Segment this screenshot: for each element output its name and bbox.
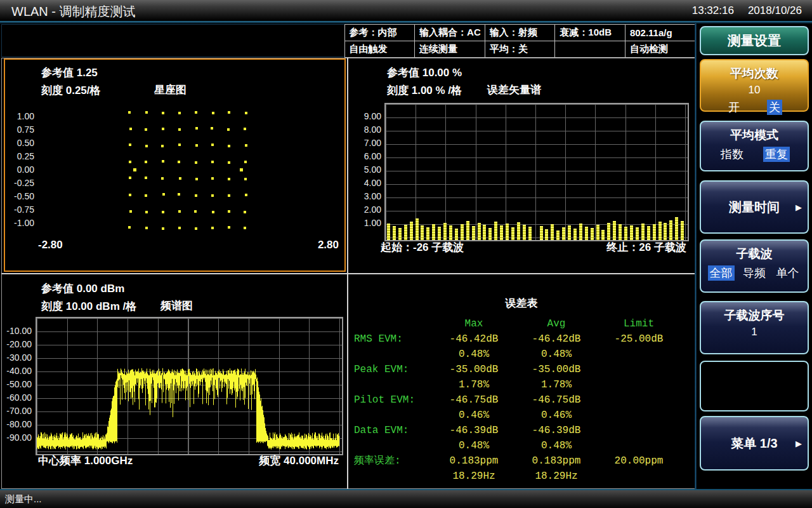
- settings-cell: 输入耦合：AC: [414, 24, 485, 41]
- average-count-option-1[interactable]: 开: [726, 100, 742, 115]
- average-mode-option-2[interactable]: 重复: [763, 147, 790, 162]
- axis-tick-label: 6.00: [352, 151, 381, 161]
- evm-bar: [619, 224, 622, 240]
- error-table-header-row: MaxAvgLimit: [350, 316, 693, 331]
- spectrum-title: 频谱图: [160, 298, 193, 313]
- evm-bar: [664, 223, 667, 240]
- error-metric-label: Pilot EVM:: [350, 392, 433, 408]
- evm-bar: [591, 228, 594, 240]
- evm-bar: [494, 222, 497, 240]
- error-metric-value: -25.00dB: [598, 331, 680, 347]
- error-metric-value: 0.183ppm: [433, 453, 515, 469]
- axis-tick-label: 4.00: [352, 178, 381, 188]
- evm-bar: [506, 224, 509, 240]
- evm-bar: [636, 227, 639, 240]
- constellation-x-min: -2.80: [38, 239, 63, 251]
- error-metric-value: -46.39dB: [515, 423, 598, 438]
- evm-title: 误差矢量谱: [487, 83, 541, 97]
- axis-tick-label: -10.00: [3, 326, 32, 336]
- average-mode-option-1[interactable]: 指数: [719, 147, 745, 162]
- axis-tick-label: 8.00: [352, 124, 381, 135]
- evm-bar: [585, 227, 588, 240]
- button-subcarrier-index[interactable]: 子载波序号 1: [700, 301, 809, 354]
- submenu-arrow-icon: ▶: [796, 439, 802, 448]
- error-metric-value: -46.75dB: [515, 392, 598, 408]
- axis-tick-label: 5.00: [352, 164, 381, 175]
- error-table-title: 误差表: [348, 296, 695, 311]
- average-count-value: 10: [701, 84, 808, 97]
- evm-bar: [630, 225, 633, 240]
- evm-chart: [384, 103, 689, 241]
- error-metric-value: -35.00dB: [433, 362, 515, 377]
- evm-bar: [432, 224, 435, 240]
- error-table-header: Limit: [598, 316, 680, 331]
- evm-bar: [540, 226, 543, 240]
- error-metric-value: -46.75dB: [433, 392, 515, 408]
- evm-bar: [658, 222, 662, 240]
- error-metric-value: 0.48%: [433, 347, 515, 362]
- error-metric-value: 0.48%: [515, 347, 598, 362]
- subcarrier-option-2[interactable]: 导频: [741, 265, 768, 281]
- error-table-row: 0.48%0.48%: [350, 347, 693, 362]
- sidebar-divider: [695, 23, 697, 489]
- button-blank[interactable]: [700, 361, 809, 411]
- evm-bar: [675, 217, 678, 240]
- error-metric-value: [598, 423, 680, 438]
- error-metric-label: Peak EVM:: [350, 362, 433, 377]
- error-metric-value: -46.42dB: [515, 331, 598, 347]
- evm-bars: [386, 104, 688, 240]
- button-average-mode[interactable]: 平均模式 指数重复: [700, 121, 809, 171]
- subcarrier-options: 全部导频单个: [701, 265, 808, 281]
- settings-cell: 连续测量: [414, 41, 485, 58]
- evm-bar: [511, 227, 514, 240]
- axis-tick-label: 2.00: [352, 204, 381, 215]
- axis-tick-label: -40.00: [3, 366, 32, 376]
- axis-tick-label: -90.00: [3, 432, 32, 443]
- spectrum-center-freq: 中心频率 1.000GHz: [38, 453, 133, 468]
- menu-header-measure-settings[interactable]: 测量设置: [700, 26, 809, 55]
- button-menu-page[interactable]: 菜单 1/3 ▶: [700, 416, 809, 471]
- subcarrier-option-3[interactable]: 单个: [775, 265, 801, 281]
- average-count-option-2[interactable]: 关: [767, 100, 782, 115]
- evm-bar: [416, 218, 419, 240]
- settings-cell: [554, 41, 625, 58]
- evm-bar: [681, 221, 684, 240]
- error-metric-value: -46.39dB: [433, 423, 515, 438]
- axis-tick-label: -20.00: [3, 339, 32, 349]
- evm-bar: [607, 223, 610, 240]
- evm-bar: [669, 220, 672, 241]
- menu-page-label: 菜单 1/3: [701, 435, 808, 452]
- evm-start-label: 起始：-26 子载波: [381, 240, 464, 255]
- time-text: 13:32:16: [692, 4, 734, 17]
- evm-bar: [478, 223, 481, 240]
- evm-bar: [568, 225, 571, 240]
- evm-bar: [528, 227, 532, 240]
- evm-bar: [426, 227, 429, 240]
- button-subcarrier[interactable]: 子载波 全部导频单个: [700, 239, 809, 293]
- submenu-arrow-icon: ▶: [796, 203, 802, 212]
- spectrum-span: 频宽 40.000MHz: [209, 453, 339, 468]
- instrument-screen: WLAN - 调制精度测试 13:32:162018/10/26 参考：内部输入…: [0, 0, 812, 508]
- evm-bar: [398, 228, 402, 240]
- panel-divider-horizontal: [1, 273, 695, 274]
- axis-tick-label: 3.00: [352, 191, 381, 201]
- button-measure-time[interactable]: 测量时间 ▶: [700, 180, 809, 234]
- error-metric-value: 18.29Hz: [433, 469, 515, 484]
- app-title: WLAN - 调制精度测试: [11, 3, 136, 20]
- button-average-count[interactable]: 平均次数 10 开关: [700, 59, 809, 112]
- evm-bar: [449, 225, 452, 240]
- error-metric-value: [598, 377, 680, 392]
- evm-bar: [438, 227, 441, 240]
- error-table-header: Avg: [515, 316, 598, 331]
- error-metric-value: 0.46%: [433, 408, 515, 423]
- title-divider: [0, 21, 812, 23]
- axis-tick-label: -50.00: [3, 379, 32, 389]
- error-metric-value: [598, 392, 680, 408]
- settings-cell: 802.11a/g: [625, 24, 696, 41]
- evm-bar: [393, 226, 396, 240]
- evm-bar: [466, 221, 469, 240]
- constellation-x-max: 2.80: [285, 239, 339, 251]
- error-metric-value: 0.48%: [433, 438, 515, 453]
- error-metric-value: [598, 347, 680, 362]
- subcarrier-option-1[interactable]: 全部: [708, 265, 735, 281]
